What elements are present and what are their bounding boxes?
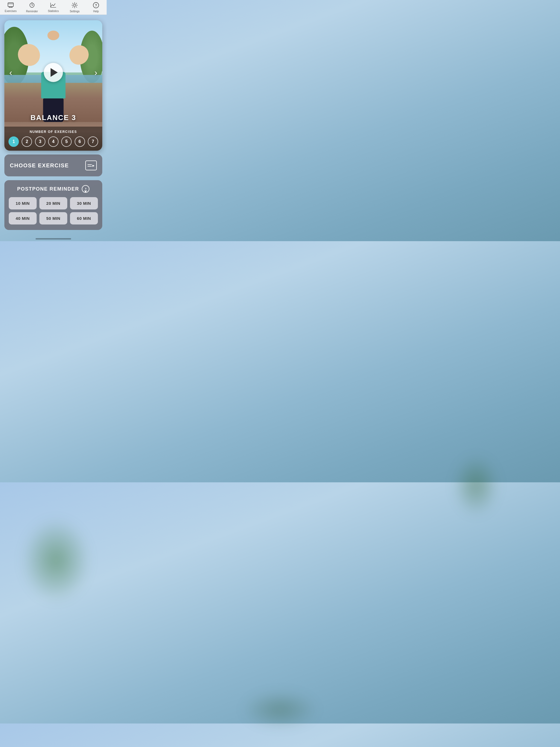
num-button-5[interactable]: 5 (61, 136, 72, 147)
nav-exercises[interactable]: Exercises (2, 2, 19, 12)
number-row: 1 2 3 4 5 6 7 (7, 136, 100, 147)
nav-bar: Exercises Reminder Statistics (0, 0, 107, 15)
time-60-button[interactable]: 60 MIN (70, 212, 98, 225)
postpone-label: POSTPONE REMINDER (17, 186, 79, 192)
num-button-4[interactable]: 4 (48, 136, 58, 147)
next-video-button[interactable]: › (92, 65, 100, 80)
nav-reminder[interactable]: Reminder (24, 2, 40, 13)
prev-video-button[interactable]: ‹ (6, 65, 15, 80)
choose-exercise-label: CHOOSE EXERCISE (10, 162, 69, 169)
time-20-button[interactable]: 20 MIN (40, 197, 67, 209)
nav-settings[interactable]: Settings (67, 2, 83, 13)
time-grid: 10 MIN 20 MIN 30 MIN 40 MIN 50 MIN 60 MI… (9, 197, 98, 225)
nav-exercises-label: Exercises (5, 9, 17, 12)
nav-statistics-label: Statistics (48, 9, 59, 12)
clock-download-icon (82, 185, 90, 193)
nav-help-label: Help (93, 10, 99, 13)
num-button-6[interactable]: 6 (75, 136, 85, 147)
figure-head (47, 31, 59, 40)
num-button-1[interactable]: 1 (8, 136, 19, 147)
time-50-button[interactable]: 50 MIN (40, 212, 67, 225)
home-indicator (0, 235, 107, 241)
exercises-section: NUMBER OF EXERCISES 1 2 3 4 5 6 7 (4, 127, 102, 151)
statistics-icon (50, 2, 56, 9)
nav-reminder-label: Reminder (26, 10, 38, 13)
postpone-card: POSTPONE REMINDER 10 MIN 20 MIN 30 MIN 4… (4, 180, 102, 230)
nav-help[interactable]: ? Help (88, 2, 104, 13)
time-40-button[interactable]: 40 MIN (9, 212, 36, 225)
play-triangle-icon (51, 68, 58, 77)
playlist-icon (85, 160, 97, 170)
svg-point-11 (74, 4, 76, 6)
num-button-3[interactable]: 3 (35, 136, 45, 147)
home-bar (35, 238, 71, 239)
video-card: ‹ › BALANCE 3 NUMBER OF EXERCISES 1 2 3 … (4, 20, 102, 151)
nav-statistics[interactable]: Statistics (45, 2, 61, 12)
main-content: ‹ › BALANCE 3 NUMBER OF EXERCISES 1 2 3 … (0, 15, 107, 235)
exercise-title: BALANCE 3 (4, 113, 102, 122)
exercises-icon (8, 2, 14, 9)
reminder-icon (29, 2, 35, 9)
playlist-line-1 (87, 164, 92, 165)
time-10-button[interactable]: 10 MIN (9, 197, 36, 209)
choose-exercise-card[interactable]: CHOOSE EXERCISE (4, 154, 102, 176)
svg-text:?: ? (95, 3, 97, 7)
postpone-header: POSTPONE REMINDER (9, 185, 98, 193)
playlist-line-2 (87, 166, 92, 166)
help-icon: ? (93, 2, 99, 9)
time-30-button[interactable]: 30 MIN (70, 197, 98, 209)
num-button-7[interactable]: 7 (88, 136, 98, 147)
play-button[interactable] (44, 63, 63, 82)
settings-icon (72, 2, 78, 9)
nav-settings-label: Settings (70, 10, 80, 13)
svg-rect-0 (8, 3, 14, 6)
exercises-section-label: NUMBER OF EXERCISES (7, 130, 100, 134)
svg-point-7 (32, 2, 32, 3)
num-button-2[interactable]: 2 (22, 136, 32, 147)
